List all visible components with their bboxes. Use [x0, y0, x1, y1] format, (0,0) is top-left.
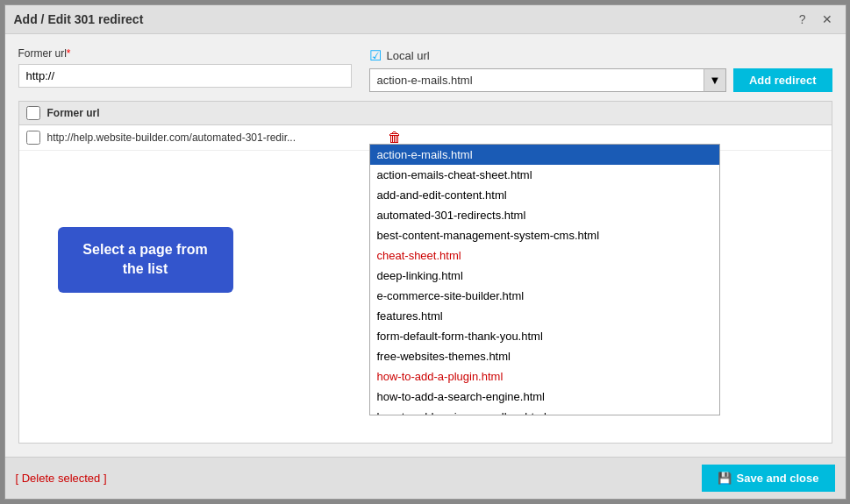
dropdown-item[interactable]: deep-linking.html	[370, 266, 719, 286]
dialog-footer: [ Delete selected ] 💾 Save and close	[5, 457, 846, 499]
url-select-display[interactable]: action-e-mails.html	[369, 68, 726, 92]
local-url-checkbox-label: ☑ Local url	[369, 47, 832, 64]
local-url-label: Local url	[387, 49, 430, 62]
dialog-title: Add / Edit 301 redirect	[14, 12, 144, 26]
dropdown-item[interactable]: how-to-add-a-search-engine.html	[370, 387, 719, 407]
dropdown-item[interactable]: action-emails-cheat-sheet.html	[370, 165, 719, 185]
former-url-label: Former url*	[18, 47, 352, 60]
former-url-col-header: Former url	[47, 107, 825, 119]
dropdown-item[interactable]: form-default-form-thank-you.html	[370, 326, 719, 346]
dialog: Add / Edit 301 redirect ? ✕ Former url* …	[4, 4, 846, 500]
dropdown-item[interactable]: cheat-sheet.html	[370, 245, 719, 266]
table-header: Former url	[19, 102, 832, 125]
dialog-body: Former url* ☑ Local url action-e-mails.h…	[5, 34, 846, 457]
save-close-button[interactable]: 💾 Save and close	[702, 465, 835, 492]
former-url-input[interactable]	[18, 64, 352, 88]
local-url-row: action-e-mails.html ▼ Add redirect	[369, 68, 832, 92]
local-url-group: ☑ Local url action-e-mails.html ▼ Add re…	[369, 47, 832, 92]
url-select-wrapper: action-e-mails.html ▼	[369, 68, 726, 92]
former-url-group: Former url*	[18, 47, 352, 88]
dropdown-item[interactable]: how-to-add-an-image-gallery.html	[370, 407, 719, 415]
dropdown-item[interactable]: how-to-add-a-plugin.html	[370, 366, 719, 387]
dropdown-item[interactable]: features.html	[370, 306, 719, 326]
dropdown-item[interactable]: action-e-mails.html	[370, 145, 719, 165]
delete-selected-link[interactable]: [ Delete selected ]	[16, 472, 107, 485]
save-close-label: Save and close	[737, 472, 819, 485]
dropdown-item[interactable]: e-commerce-site-builder.html	[370, 286, 719, 306]
dropdown-item[interactable]: free-websites-themes.html	[370, 346, 719, 366]
url-dropdown-list[interactable]: action-e-mails.htmlaction-emails-cheat-s…	[369, 144, 720, 415]
dialog-titlebar: Add / Edit 301 redirect ? ✕	[5, 5, 846, 34]
url-select-arrow[interactable]: ▼	[704, 68, 726, 92]
top-form-row: Former url* ☑ Local url action-e-mails.h…	[18, 47, 832, 92]
add-redirect-button[interactable]: Add redirect	[733, 68, 832, 92]
dropdown-item[interactable]: add-and-edit-content.html	[370, 185, 719, 205]
select-all-checkbox[interactable]	[26, 106, 40, 120]
dropdown-item[interactable]: automated-301-redirects.html	[370, 205, 719, 225]
dropdown-item[interactable]: best-content-management-system-cms.html	[370, 225, 719, 245]
row-checkbox[interactable]	[26, 131, 40, 145]
checkbox-checked-icon: ☑	[369, 47, 382, 64]
select-page-tooltip: Select a page from the list	[58, 227, 233, 293]
save-icon: 💾	[718, 472, 732, 485]
dialog-controls: ? ✕	[795, 11, 837, 28]
row-url: http://help.website-builder.com/automate…	[47, 131, 381, 144]
help-button[interactable]: ?	[795, 11, 811, 28]
close-button[interactable]: ✕	[818, 11, 837, 28]
